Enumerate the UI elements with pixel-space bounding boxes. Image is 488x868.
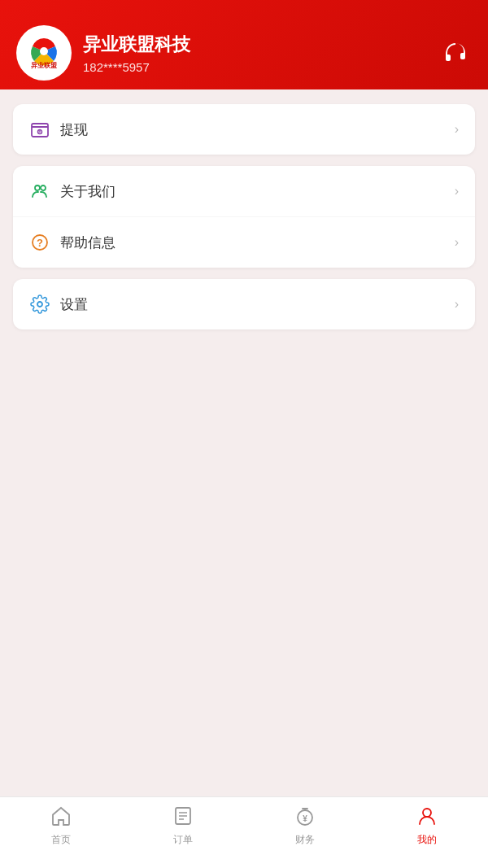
svg-text:¥: ¥ xyxy=(39,129,41,133)
about-label: 关于我们 xyxy=(60,182,455,201)
tab-home[interactable]: 首页 xyxy=(0,805,122,847)
finance-label: 财务 xyxy=(295,833,315,847)
mine-label: 我的 xyxy=(417,833,437,847)
orders-icon xyxy=(172,805,194,830)
withdraw-icon: ¥ xyxy=(29,119,50,140)
svg-point-6 xyxy=(35,185,40,190)
avatar: 异业联盟 xyxy=(16,25,72,81)
header: 异业联盟 异业联盟科技 182****5957 xyxy=(0,0,488,89)
svg-point-10 xyxy=(37,302,42,307)
svg-point-7 xyxy=(41,185,46,190)
svg-text:异业联盟: 异业联盟 xyxy=(31,62,57,69)
tab-finance[interactable]: ¥ 财务 xyxy=(244,805,366,847)
svg-text:¥: ¥ xyxy=(303,814,307,823)
headset-button[interactable] xyxy=(439,37,472,69)
withdraw-item[interactable]: ¥ 提现 › xyxy=(13,104,475,155)
svg-point-17 xyxy=(423,809,431,817)
about-help-card: 关于我们 › ? 帮助信息 › xyxy=(13,166,475,268)
about-item[interactable]: 关于我们 › xyxy=(13,166,475,217)
phone-number: 182****5957 xyxy=(83,60,190,74)
settings-item[interactable]: 设置 › xyxy=(13,279,475,329)
help-item[interactable]: ? 帮助信息 › xyxy=(13,217,475,268)
main-content: ¥ 提现 › 关于我们 › ? xyxy=(0,89,488,344)
withdraw-card: ¥ 提现 › xyxy=(13,104,475,155)
home-label: 首页 xyxy=(51,833,71,847)
help-icon: ? xyxy=(29,232,50,253)
finance-icon: ¥ xyxy=(294,805,316,830)
home-icon xyxy=(50,805,72,830)
settings-card: 设置 › xyxy=(13,279,475,329)
withdraw-label: 提现 xyxy=(60,120,455,139)
settings-label: 设置 xyxy=(60,295,455,314)
svg-text:?: ? xyxy=(37,237,43,249)
settings-chevron: › xyxy=(455,297,459,312)
company-name: 异业联盟科技 xyxy=(83,33,190,57)
header-info: 异业联盟科技 182****5957 xyxy=(83,33,190,74)
orders-label: 订单 xyxy=(173,833,193,847)
settings-icon xyxy=(29,294,50,315)
tab-bar: 首页 订单 ¥ 财务 我的 xyxy=(0,796,488,868)
header-left: 异业联盟 异业联盟科技 182****5957 xyxy=(16,25,190,81)
tab-mine[interactable]: 我的 xyxy=(366,805,488,847)
tab-orders[interactable]: 订单 xyxy=(122,805,244,847)
withdraw-chevron: › xyxy=(455,122,459,137)
help-chevron: › xyxy=(455,235,459,250)
help-label: 帮助信息 xyxy=(60,233,455,252)
mine-icon xyxy=(416,805,438,830)
about-chevron: › xyxy=(455,184,459,198)
svg-point-1 xyxy=(40,47,48,55)
about-icon xyxy=(29,181,50,202)
